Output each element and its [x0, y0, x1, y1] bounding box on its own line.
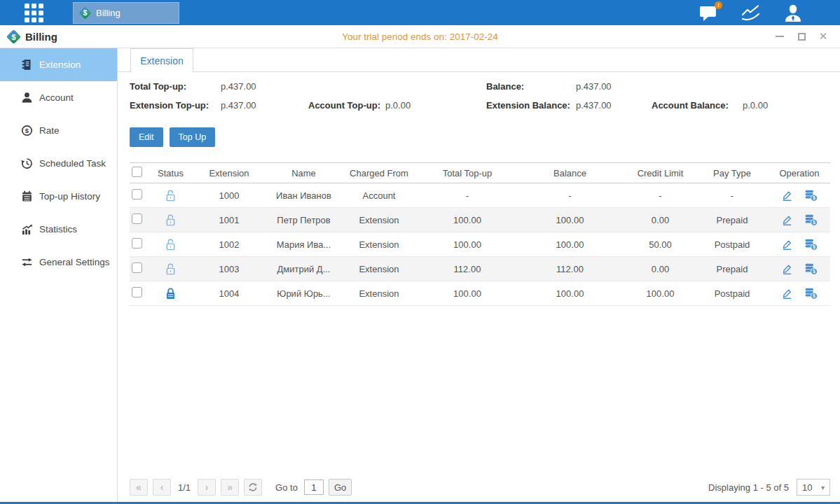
- balance: -: [516, 190, 624, 201]
- general-settings-icon: [21, 256, 33, 268]
- edit-pencil-icon[interactable]: [781, 190, 793, 202]
- tab-extension[interactable]: Extension: [130, 48, 193, 72]
- sidebar-item-general-settings[interactable]: General Settings: [0, 246, 117, 279]
- select-all-checkbox[interactable]: [132, 167, 142, 177]
- sidebar-item-topup-history[interactable]: Top-up History: [0, 180, 117, 213]
- chevron-down-icon: ▾: [821, 484, 825, 491]
- top-up-coins-icon[interactable]: $: [804, 263, 818, 275]
- credit-limit: 0.00: [624, 215, 697, 225]
- top-up-coins-icon[interactable]: $: [804, 214, 818, 226]
- top-up-button[interactable]: Top Up: [170, 127, 216, 147]
- pay-type: Prepaid: [697, 264, 767, 274]
- user-account-icon[interactable]: [783, 4, 803, 22]
- window-title-group: $ Billing: [8, 31, 57, 43]
- topbar-right-icons: !: [699, 4, 803, 22]
- rate-icon: $: [21, 125, 33, 136]
- extension-topup-value: p.437.00: [221, 100, 308, 111]
- extension-icon: [21, 59, 33, 71]
- pay-type: Prepaid: [697, 215, 767, 225]
- page-size-dropdown[interactable]: 10 ▾: [797, 479, 830, 496]
- minimize-icon[interactable]: [774, 31, 785, 42]
- refresh-button[interactable]: [244, 479, 262, 496]
- status-cell: [151, 262, 191, 276]
- table-row[interactable]: 1001 Петр Петров Extension 100.00 100.00…: [130, 208, 830, 232]
- operation-cell: $: [767, 288, 832, 300]
- balance-summary: Total Top-up: p.437.00 Balance: p.437.00…: [130, 81, 830, 111]
- pay-type: -: [697, 190, 767, 201]
- column-header-balance: Balance: [516, 168, 624, 178]
- edit-pencil-icon[interactable]: [781, 263, 793, 275]
- svg-text:$: $: [813, 269, 815, 274]
- goto-page-input[interactable]: [304, 479, 324, 495]
- topbar-billing-tab[interactable]: $ Billing: [73, 2, 179, 24]
- next-page-button[interactable]: ›: [198, 479, 216, 496]
- table-row[interactable]: 1002 Мария Ива... Extension 100.00 100.0…: [130, 232, 830, 257]
- edit-pencil-icon[interactable]: [781, 239, 793, 251]
- first-page-button[interactable]: «: [130, 479, 148, 496]
- main-panel: Extension Total Top-up: p.437.00 Balance…: [118, 48, 840, 502]
- total-topup-value: p.437.00: [221, 81, 308, 92]
- row-checkbox[interactable]: [132, 214, 142, 224]
- balance-value: p.437.00: [576, 81, 652, 92]
- total-topup: 112.00: [418, 264, 516, 274]
- charged-from: Extension: [340, 264, 418, 274]
- window-titlebar: $ Billing Your trial period ends on: 201…: [0, 25, 840, 48]
- prev-page-button[interactable]: ‹: [153, 479, 171, 496]
- tab-strip: Extension: [118, 48, 840, 72]
- charged-from: Account: [340, 190, 418, 201]
- row-checkbox[interactable]: [132, 189, 142, 200]
- table-row[interactable]: 1003 Дмитрий Д... Extension 112.00 112.0…: [130, 257, 830, 281]
- column-header-name: Name: [268, 168, 340, 178]
- top-navigation-bar: $ Billing !: [0, 0, 840, 25]
- balance: 100.00: [516, 215, 624, 225]
- charged-from: Extension: [340, 288, 418, 299]
- notification-badge: !: [715, 1, 722, 9]
- top-up-coins-icon[interactable]: $: [804, 288, 818, 300]
- account-balance-label: Account Balance:: [652, 100, 743, 111]
- credit-limit: 0.00: [624, 264, 697, 274]
- status-cell: [151, 238, 191, 251]
- sidebar-item-rate[interactable]: $ Rate: [0, 114, 117, 147]
- top-up-coins-icon[interactable]: $: [804, 239, 818, 251]
- row-checkbox[interactable]: [132, 238, 142, 248]
- svg-text:$: $: [813, 195, 815, 201]
- column-header-total-topup: Total Top-up: [418, 168, 516, 178]
- table-header-row: Status Extension Name Charged From Total…: [130, 162, 830, 183]
- sidebar-item-account[interactable]: Account: [0, 81, 117, 114]
- top-up-coins-icon[interactable]: $: [804, 190, 818, 202]
- last-page-button[interactable]: »: [221, 479, 239, 496]
- topup-history-icon: [21, 190, 33, 202]
- total-topup: 100.00: [418, 288, 516, 299]
- svg-text:$: $: [25, 127, 29, 134]
- edit-pencil-icon[interactable]: [781, 214, 793, 226]
- sidebar-item-label: Rate: [39, 125, 60, 136]
- messages-icon[interactable]: !: [699, 4, 719, 22]
- reports-chart-icon[interactable]: [741, 4, 762, 22]
- maximize-icon[interactable]: [796, 31, 807, 42]
- table-row[interactable]: 1000 Иван Иванов Account - - - - $: [130, 183, 830, 208]
- status-cell: [151, 189, 191, 202]
- account-topup-value: p.0.00: [385, 100, 486, 111]
- row-checkbox[interactable]: [132, 287, 142, 298]
- svg-text:$: $: [813, 293, 815, 299]
- edit-pencil-icon[interactable]: [781, 288, 793, 300]
- close-icon[interactable]: ✕: [818, 31, 829, 42]
- balance: 112.00: [516, 264, 624, 274]
- extension-balance-label: Extension Balance:: [486, 100, 576, 111]
- row-checkbox[interactable]: [132, 262, 142, 273]
- status-cell: [151, 214, 191, 227]
- edit-button[interactable]: Edit: [130, 127, 163, 147]
- statistics-icon: [21, 223, 33, 235]
- operation-cell: $: [767, 263, 832, 275]
- locked-icon: [165, 287, 177, 300]
- go-button[interactable]: Go: [329, 479, 352, 496]
- trial-notice: Your trial period ends on: 2017-02-24: [0, 31, 840, 42]
- charged-from: Extension: [340, 239, 418, 250]
- billing-diamond-icon: $: [6, 29, 21, 43]
- sidebar-item-extension[interactable]: Extension: [0, 48, 117, 81]
- table-row[interactable]: 1004 Юрий Юрь... Extension 100.00 100.00…: [130, 281, 830, 306]
- sidebar-item-scheduled-task[interactable]: Scheduled Task: [0, 147, 117, 180]
- app-launcher-icon[interactable]: [25, 4, 43, 22]
- column-header-extension: Extension: [191, 168, 268, 178]
- sidebar-item-statistics[interactable]: Statistics: [0, 213, 117, 246]
